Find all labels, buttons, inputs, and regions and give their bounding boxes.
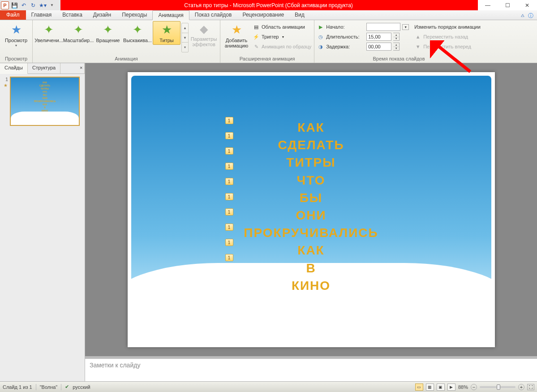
trigger-button[interactable]: ⚡Триггер▼ <box>252 32 312 42</box>
animation-group-label: Анимация <box>34 56 218 62</box>
undo-icon[interactable]: ↶ <box>20 1 28 9</box>
preview-button[interactable]: ★ Просмотр ▼ <box>2 21 30 47</box>
play-icon: ▶ <box>317 24 324 30</box>
thumbnail-preview: КАКСДЕЛАТЬТИТРЫЧТОБЫОНИПРОКРУЧИВАЛИСЬКАК… <box>10 77 80 126</box>
status-slide-info: Слайд 1 из 1 <box>3 384 32 390</box>
status-theme: "Волна" <box>40 384 58 390</box>
slide-view[interactable]: 1 1 1 1 1 1 1 1 1 1 КАК СДЕЛАТЬ ТИТРЫ ЧТ… <box>85 63 537 356</box>
group-animation: ✦Увеличени... ✦Масштабир... ✦Вращение ✦В… <box>33 20 220 63</box>
group-advanced-animation: ★ Добавить анимацию ▤Область анимации ⚡Т… <box>220 20 314 63</box>
notes-pane[interactable]: Заметки к слайду <box>85 359 537 381</box>
side-tabs: Слайды Структура × <box>0 63 85 74</box>
app-icon[interactable]: P <box>1 1 9 9</box>
start-row: ▶ Начало: ▼ <box>316 22 410 32</box>
window-title: Статья про титры - Microsoft PowerPoint … <box>184 2 353 9</box>
spellcheck-icon[interactable]: ✔ <box>65 384 69 390</box>
star-icon: ✦ <box>133 23 142 37</box>
sidetab-outline[interactable]: Структура <box>28 63 60 73</box>
delay-row: ◑ Задержка: 00,00 ▲▼ <box>316 42 410 52</box>
move-earlier-button: ▲Переместить назад <box>413 32 481 42</box>
credits-text[interactable]: КАК СДЕЛАТЬ ТИТРЫ ЧТО БЫ ОНИ ПРОКРУЧИВАЛ… <box>128 119 495 294</box>
file-tab[interactable]: Файл <box>0 10 26 20</box>
zoom-in-button[interactable]: + <box>518 384 524 390</box>
delay-input[interactable]: 00,00 <box>366 43 391 51</box>
adv-anim-group-label: Расширенная анимация <box>222 56 312 62</box>
effect-options-button: ◆ Параметры эффектов <box>189 21 218 47</box>
anim-indicator-icon: ★ <box>4 83 8 88</box>
view-reading-button[interactable]: ▣ <box>437 383 445 391</box>
redo-icon[interactable]: ↻ <box>29 1 37 9</box>
ribbon: ★ Просмотр ▼ Просмотр ✦Увеличени... ✦Мас… <box>0 20 537 63</box>
tab-transitions[interactable]: Переходы <box>116 10 152 20</box>
down-arrow-icon: ▼ <box>414 44 421 49</box>
save-icon[interactable]: 💾 <box>10 1 18 9</box>
qat-customize-icon[interactable]: ▼ <box>48 1 56 9</box>
tab-view[interactable]: Вид <box>289 10 310 20</box>
reorder-heading: Изменить порядок анимации <box>413 22 481 32</box>
fit-window-button[interactable]: ⛶ <box>527 384 534 390</box>
star-icon[interactable]: ★▾ <box>39 1 47 9</box>
preview-group-label: Просмотр <box>2 56 30 62</box>
slides-pane: Слайды Структура × 1 ★ КАКСДЕЛАТЬТИТРЫЧТ… <box>0 63 85 381</box>
view-normal-button[interactable]: ▭ <box>415 383 423 391</box>
effect-credits[interactable]: ★Титры <box>153 21 180 45</box>
maximize-button[interactable]: ☐ <box>498 0 517 10</box>
close-button[interactable]: ✕ <box>517 0 537 10</box>
effect-gallery-scroll[interactable]: ▲▼▾ <box>181 23 189 52</box>
effect-spin[interactable]: ✦Вращение <box>94 21 122 43</box>
help-icon[interactable]: ⓘ <box>528 12 533 20</box>
effect-zoom[interactable]: ✦Масштабир... <box>64 21 93 43</box>
animation-painter-button: ✎Анимация по образцу <box>252 42 312 52</box>
window-controls: — ☐ ✕ <box>477 0 537 10</box>
tab-slideshow[interactable]: Показ слайдов <box>189 10 237 20</box>
add-animation-button[interactable]: ★ Добавить анимацию <box>222 21 251 48</box>
star-icon: ✦ <box>103 23 113 37</box>
start-dropdown-icon[interactable]: ▼ <box>402 24 409 30</box>
tab-design[interactable]: Дизайн <box>88 10 116 20</box>
ribbon-tabs: Файл Главная Вставка Дизайн Переходы Ани… <box>0 10 537 20</box>
group-timing: ▶ Начало: ▼ ◷ Длительность: 15,00 ▲▼ ◑ З… <box>314 20 483 63</box>
animation-pane-button[interactable]: ▤Область анимации <box>252 22 312 32</box>
view-sorter-button[interactable]: ▦ <box>426 383 434 391</box>
effect-options-icon: ◆ <box>200 23 208 35</box>
start-select[interactable] <box>366 23 400 31</box>
star-icon: ✦ <box>73 23 83 37</box>
move-later-button: ▼Переместить вперед <box>413 42 481 52</box>
slide[interactable]: 1 1 1 1 1 1 1 1 1 1 КАК СДЕЛАТЬ ТИТРЫ ЧТ… <box>128 72 495 347</box>
title-bar: P 💾 ↶ ↻ ★▾ ▼ Статья про титры - Microsof… <box>0 0 537 10</box>
zoom-slider[interactable] <box>480 386 516 388</box>
zoom-out-button[interactable]: − <box>471 384 477 390</box>
tab-insert[interactable]: Вставка <box>57 10 88 20</box>
tab-animation[interactable]: Анимация <box>152 10 189 20</box>
delay-icon: ◑ <box>317 44 324 50</box>
status-language[interactable]: русский <box>73 384 90 390</box>
tab-review[interactable]: Рецензирование <box>237 10 289 20</box>
star-icon: ★ <box>162 23 172 37</box>
status-bar: Слайд 1 из 1 "Волна" ✔ русский ▭ ▦ ▣ ▶ 8… <box>0 381 537 392</box>
workspace: Слайды Структура × 1 ★ КАКСДЕЛАТЬТИТРЫЧТ… <box>0 63 537 381</box>
zoom-level[interactable]: 88% <box>458 384 468 390</box>
painter-icon: ✎ <box>253 44 260 50</box>
sidetab-slides[interactable]: Слайды <box>0 63 28 74</box>
star-icon: ✦ <box>44 23 54 37</box>
effect-grow[interactable]: ✦Увеличени... <box>34 21 63 43</box>
delay-spinner[interactable]: ▲▼ <box>393 43 400 51</box>
slide-thumbnail-1[interactable]: 1 ★ КАКСДЕЛАТЬТИТРЫЧТОБЫОНИПРОКРУЧИВАЛИС… <box>0 74 85 129</box>
up-arrow-icon: ▲ <box>414 34 421 39</box>
duration-input[interactable]: 15,00 <box>366 33 391 41</box>
tab-home[interactable]: Главная <box>26 10 57 20</box>
duration-spinner[interactable]: ▲▼ <box>393 33 400 41</box>
group-preview: ★ Просмотр ▼ Просмотр <box>0 20 33 63</box>
sidetab-close[interactable]: × <box>75 63 85 73</box>
duration-row: ◷ Длительность: 15,00 ▲▼ <box>316 32 410 42</box>
ribbon-minimize-icon[interactable]: ㅿ <box>520 12 525 20</box>
quick-access-toolbar: P 💾 ↶ ↻ ★▾ ▼ <box>0 0 60 10</box>
view-slideshow-button[interactable]: ▶ <box>447 383 455 391</box>
lightning-icon: ⚡ <box>253 34 260 40</box>
pane-icon: ▤ <box>253 24 260 30</box>
minimize-button[interactable]: — <box>478 0 498 10</box>
effect-bounce[interactable]: ✦Выскакива... <box>123 21 152 43</box>
preview-label: Просмотр <box>5 38 27 43</box>
clock-icon: ◷ <box>317 34 324 40</box>
canvas-area: 1 1 1 1 1 1 1 1 1 1 КАК СДЕЛАТЬ ТИТРЫ ЧТ… <box>85 63 537 381</box>
